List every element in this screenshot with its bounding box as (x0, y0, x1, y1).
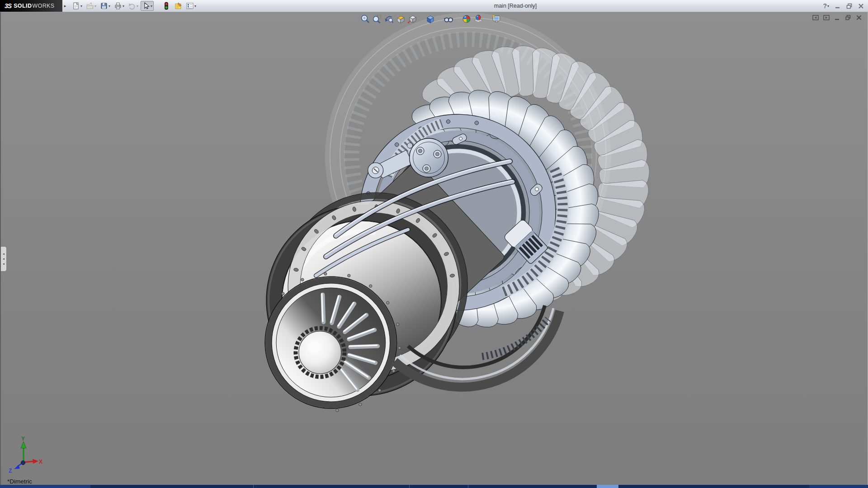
apply-scene-icon (473, 14, 483, 24)
restore-button[interactable] (846, 3, 853, 9)
view-orientation-icon (407, 14, 417, 24)
collapse-arrow-icon: ◂ (3, 258, 5, 260)
y-axis-arrowhead (21, 441, 26, 448)
dropdown-caret[interactable]: ▾ (108, 4, 110, 8)
section-view-button[interactable] (395, 14, 406, 24)
document-window-controls (812, 14, 862, 21)
dropdown-caret[interactable]: ▾ (123, 4, 124, 8)
help-icon: ? (823, 2, 827, 9)
close-document-button[interactable] (856, 14, 862, 21)
previous-view-icon (384, 14, 394, 24)
document-title: main [Read-only] (494, 3, 537, 9)
print-button[interactable]: ▾ (113, 1, 126, 11)
rebuild-stoplight-button[interactable] (161, 1, 172, 11)
feature-manager-splitter-tab[interactable]: ◂ ◂ ◂ (1, 246, 7, 272)
display-style-button[interactable] (425, 14, 436, 24)
dropdown-caret[interactable]: ▾ (80, 4, 82, 8)
dock-pane-left-icon[interactable] (812, 14, 819, 21)
restore-document-button[interactable] (845, 14, 851, 21)
y-axis-label: Y (21, 436, 25, 442)
stoplight-icon (162, 2, 170, 10)
section-view-icon (396, 14, 406, 24)
main-toolbar: ▾ ▾ ▾ ▾ (71, 1, 198, 11)
x-axis-arrowhead (33, 459, 38, 464)
brand-name-bold: SOLID (14, 3, 32, 9)
zoom-to-fit-icon (360, 14, 370, 24)
graphics-viewport[interactable]: ◂ ◂ ◂ (0, 12, 868, 485)
collapse-arrow-icon: ◂ (3, 263, 5, 265)
zoom-to-area-icon (372, 14, 382, 24)
help-button[interactable]: ? ▾ (823, 2, 829, 9)
select-cursor-icon (142, 2, 150, 10)
solidworks-logo: 3S SOLID WORKS (0, 0, 62, 12)
taskbar-segment (597, 485, 618, 488)
zoom-to-fit-button[interactable] (359, 14, 371, 24)
open-folder-icon (86, 2, 94, 10)
taskbar-separator (253, 485, 254, 488)
view-orientation-label: *Dimetric (7, 478, 32, 485)
undo-button[interactable]: ▾ (127, 1, 140, 11)
engine-3d-model[interactable] (1, 12, 868, 485)
reference-triad[interactable]: Y X Z (5, 436, 42, 476)
brand-name-light: WORKS (32, 3, 54, 9)
collapse-arrow-icon: ◂ (3, 253, 5, 255)
dropdown-caret[interactable]: ▾ (151, 4, 152, 8)
apply-scene-button[interactable] (472, 14, 484, 24)
edit-appearance-button[interactable] (461, 14, 472, 24)
x-axis-label: X (39, 459, 42, 465)
display-style-icon (425, 14, 435, 24)
z-axis-label: Z (9, 468, 12, 474)
taskbar-separator (468, 485, 468, 488)
taskbar-segment (809, 485, 868, 488)
open-button[interactable]: ▾ (85, 1, 98, 11)
taskbar-sliver (0, 485, 868, 488)
dropdown-caret[interactable]: ▾ (137, 4, 138, 8)
triad-origin (21, 461, 25, 465)
dropdown-caret[interactable]: ▾ (827, 4, 829, 8)
zoom-to-area-button[interactable] (371, 14, 383, 24)
heads-up-view-toolbar (359, 14, 502, 24)
view-orientation-button[interactable] (406, 14, 418, 24)
brand-mark: 3S (5, 2, 11, 9)
note-pencil-icon (174, 2, 182, 10)
checklist-icon (186, 2, 194, 10)
taskbar-separator (409, 485, 410, 488)
menu-flyout-arrow-icon[interactable]: ▸ (62, 0, 68, 12)
save-floppy-icon (100, 2, 108, 10)
previous-view-button[interactable] (383, 14, 395, 24)
new-document-button[interactable]: ▾ (71, 1, 84, 11)
view-settings-icon (491, 14, 501, 24)
dropdown-caret[interactable]: ▾ (194, 4, 196, 8)
close-button[interactable] (858, 3, 864, 9)
edit-note-button[interactable] (173, 1, 184, 11)
appearance-ball-icon (462, 14, 472, 24)
dock-pane-right-icon[interactable] (823, 14, 830, 21)
dropdown-caret[interactable]: ▾ (94, 4, 96, 8)
options-checklist-button[interactable]: ▾ (184, 1, 198, 11)
title-bar: 3S SOLID WORKS ▸ ▾ ▾ (0, 0, 868, 12)
view-settings-button[interactable] (491, 14, 502, 24)
minimize-button[interactable] (834, 3, 841, 9)
hide-show-items-button[interactable] (443, 14, 454, 24)
select-tool-button[interactable]: ▾ (141, 1, 154, 11)
eyeglasses-icon (443, 14, 453, 24)
new-document-icon (72, 2, 80, 10)
minimize-document-button[interactable] (834, 14, 840, 21)
print-icon (114, 2, 122, 10)
save-button[interactable]: ▾ (99, 1, 112, 11)
taskbar-segment (0, 485, 90, 488)
undo-arrow-icon (128, 2, 136, 10)
window-controls: ? ▾ (823, 0, 864, 12)
